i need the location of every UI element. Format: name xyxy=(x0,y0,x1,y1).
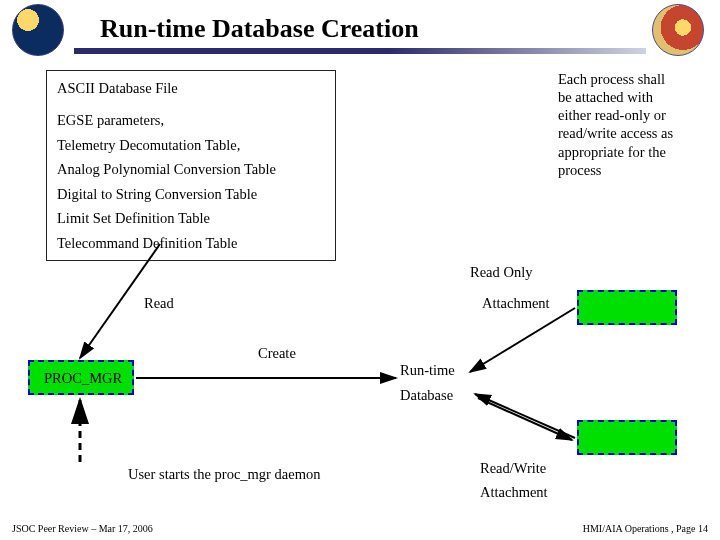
process-box-top xyxy=(577,290,677,325)
read-write-label: Read/Write xyxy=(480,460,546,477)
ascii-item: Telemetry Decomutation Table, xyxy=(57,134,325,156)
ascii-item: Digital to String Conversion Table xyxy=(57,183,325,205)
attachment-bot-label: Attachment xyxy=(480,484,548,501)
ascii-item: Limit Set Definition Table xyxy=(57,207,325,229)
database-label: Database xyxy=(400,387,453,404)
ascii-item: Telecommand Definition Table xyxy=(57,232,325,254)
read-label: Read xyxy=(144,295,174,312)
lws-logo xyxy=(652,4,704,56)
footer-left: JSOC Peer Review – Mar 17, 2006 xyxy=(12,523,153,534)
process-box-bot xyxy=(577,420,677,455)
proc-mgr-label: PROC_MGR xyxy=(44,370,122,387)
title-rule xyxy=(74,48,646,54)
ascii-database-file-box: ASCII Database File EGSE parameters, Tel… xyxy=(46,70,336,261)
footer-right: HMI/AIA Operations , Page 14 xyxy=(583,523,708,534)
svg-line-2 xyxy=(470,308,575,372)
page-title: Run-time Database Creation xyxy=(100,14,419,44)
process-access-note: Each process shall be attached with eith… xyxy=(558,70,678,179)
sdo-logo xyxy=(12,4,64,56)
ascii-item: EGSE parameters, xyxy=(57,109,325,131)
create-label: Create xyxy=(258,345,296,362)
ascii-item: Analog Polynomial Conversion Table xyxy=(57,158,325,180)
ascii-heading: ASCII Database File xyxy=(57,77,325,99)
svg-line-4 xyxy=(478,398,572,440)
user-start-label: User starts the proc_mgr daemon xyxy=(128,466,320,483)
svg-line-3 xyxy=(475,394,575,438)
runtime-label: Run-time xyxy=(400,362,455,379)
read-only-label: Read Only xyxy=(470,264,532,281)
attachment-top-label: Attachment xyxy=(482,295,550,312)
